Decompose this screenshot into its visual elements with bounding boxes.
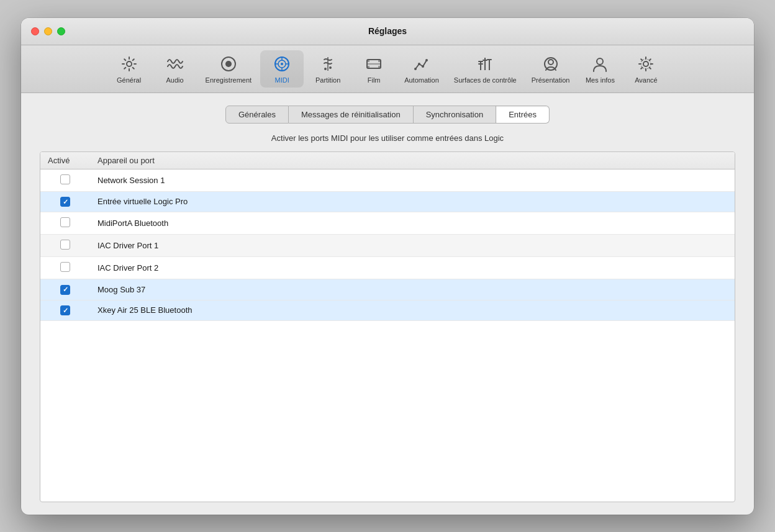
toolbar-label-mesinfos: Mes infos [586,76,615,84]
table-row: ✓Xkey Air 25 BLE Bluetooth [40,300,735,321]
toolbar-label-film: Film [368,76,381,84]
midi-ports-table: Activé Appareil ou port Network Session … [40,151,735,502]
table-row: IAC Driver Port 2 [40,257,735,279]
column-header-device: Appareil ou port [90,152,735,169]
checkbox-4[interactable] [60,262,70,272]
tabs-container: Générales Messages de réinitialisation S… [40,106,735,124]
tab-entrees[interactable]: Entrées [496,106,550,124]
svg-rect-12 [378,66,381,68]
toolbar-item-midi[interactable]: MIDI [260,50,304,88]
checkbox-cell-0 [40,169,90,191]
toolbar: Général Audio Enregistrement [21,45,754,93]
maximize-button[interactable] [57,27,65,35]
toolbar-item-presentation[interactable]: Présentation [525,50,576,88]
surfaces-icon [475,54,495,74]
svg-point-17 [425,59,428,61]
device-name-4: IAC Driver Port 2 [90,257,735,279]
toolbar-label-avance: Avancé [635,76,658,84]
table-header-row: Activé Appareil ou port [40,152,735,169]
toolbar-label-enregistrement: Enregistrement [206,76,252,84]
toolbar-label-presentation: Présentation [532,76,570,84]
checkbox-cell-6: ✓ [40,300,90,321]
table-row: Network Session 1 [40,169,735,191]
svg-point-15 [418,63,420,65]
automation-icon [412,54,432,74]
checkbox-5[interactable]: ✓ [60,285,70,295]
close-button[interactable] [31,27,39,35]
device-name-0: Network Session 1 [90,169,735,191]
svg-point-2 [225,61,232,67]
main-window: Réglages Général Audio [21,18,754,515]
audio-icon [165,54,185,74]
toolbar-item-audio[interactable]: Audio [153,50,197,88]
partition-icon [318,54,338,74]
window-title: Réglages [368,26,407,36]
content-area: Générales Messages de réinitialisation S… [21,93,754,515]
person-icon [590,54,610,74]
device-name-6: Xkey Air 25 BLE Bluetooth [90,300,735,321]
toolbar-item-mesinfos[interactable]: Mes infos [578,50,622,88]
checkbox-cell-4 [40,257,90,279]
checkbox-cell-5: ✓ [40,279,90,300]
midi-icon [272,54,292,74]
toolbar-item-surfaces[interactable]: Surfaces de contrôle [448,50,523,88]
device-name-2: MidiPortA Bluetooth [90,212,735,235]
checkbox-2[interactable] [60,217,70,227]
checkbox-0[interactable] [60,174,70,184]
table-row: ✓Entrée virtuelle Logic Pro [40,191,735,212]
svg-point-7 [329,66,332,69]
film-icon [364,54,384,74]
toolbar-label-general: Général [117,76,141,84]
checkbox-6[interactable]: ✓ [60,305,70,315]
toolbar-label-midi: MIDI [275,76,289,84]
table-row: ✓Moog Sub 37 [40,279,735,300]
gear-icon [119,54,139,74]
minimize-button[interactable] [44,27,52,35]
checkbox-3[interactable] [60,240,70,250]
description-text: Activer les ports MIDI pour les utiliser… [40,133,735,143]
checkbox-cell-2 [40,212,90,235]
toolbar-item-automation[interactable]: Automation [398,50,445,88]
svg-point-27 [597,58,603,65]
presentation-icon [541,54,561,74]
device-name-1: Entrée virtuelle Logic Pro [90,191,735,212]
tab-synchronisation[interactable]: Synchronisation [414,106,497,124]
toolbar-label-partition: Partition [315,76,340,84]
svg-rect-9 [367,60,369,62]
table-row: IAC Driver Port 1 [40,235,735,257]
checkbox-cell-1: ✓ [40,191,90,212]
traffic-lights [31,27,65,35]
toolbar-item-film[interactable]: Film [352,50,396,88]
toolbar-item-partition[interactable]: Partition [306,50,350,88]
svg-rect-11 [367,66,369,68]
toolbar-item-enregistrement[interactable]: Enregistrement [199,50,258,88]
record-icon [219,54,238,74]
svg-point-16 [422,65,424,68]
toolbar-item-general[interactable]: Général [107,50,151,88]
toolbar-label-surfaces: Surfaces de contrôle [454,76,517,84]
svg-point-5 [281,63,283,65]
svg-rect-10 [378,60,381,62]
device-name-3: IAC Driver Port 1 [90,235,735,257]
svg-point-26 [548,60,553,65]
svg-point-0 [127,61,132,66]
column-header-active: Activé [40,152,90,169]
svg-point-6 [324,68,327,70]
checkbox-1[interactable]: ✓ [60,197,70,207]
toolbar-label-automation: Automation [404,76,439,84]
table-row: MidiPortA Bluetooth [40,212,735,235]
checkbox-cell-3 [40,235,90,257]
device-name-5: Moog Sub 37 [90,279,735,300]
advanced-icon [636,54,656,74]
toolbar-label-audio: Audio [166,76,183,84]
svg-point-14 [414,68,417,70]
titlebar: Réglages [21,18,754,45]
svg-point-28 [643,61,648,66]
tab-generales[interactable]: Générales [225,106,289,124]
toolbar-item-avance[interactable]: Avancé [624,50,668,88]
tab-messages[interactable]: Messages de réinitialisation [289,106,414,124]
